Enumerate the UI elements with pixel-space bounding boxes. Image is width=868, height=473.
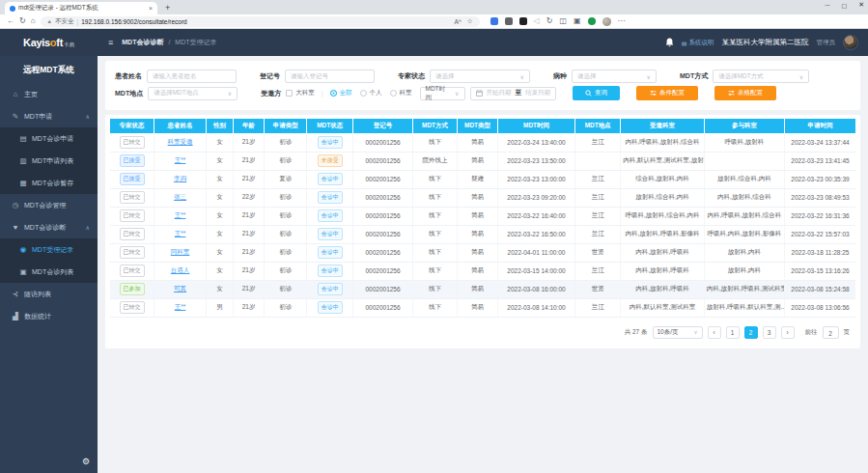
patient-name-link[interactable]: 王** — [175, 230, 186, 236]
sidebar-item-MDT申请[interactable]: ✎MDT申请∧ — [0, 105, 98, 127]
tab-close-icon[interactable]: × — [149, 5, 153, 12]
patient-name-link[interactable]: 李四 — [174, 175, 186, 181]
cell-invited_depts: 综合科,放射科,内科 — [621, 170, 704, 188]
breadcrumb-parent[interactable]: MDT会诊诊断 — [122, 39, 163, 45]
cell-mdt_status: 会诊中 — [307, 188, 353, 207]
cell-mdt_type: 简易 — [458, 152, 498, 170]
search-button-label: 查询 — [595, 89, 607, 97]
sidebar-item-MDT会诊列表[interactable]: ▣MDT会诊列表 — [0, 261, 98, 283]
window-close-button[interactable]: ✕ — [858, 1, 864, 9]
cell-age: 21岁 — [233, 298, 264, 317]
extension-icon[interactable] — [505, 17, 513, 25]
mdt-time-select[interactable]: MDT时间 ∨ — [420, 87, 465, 100]
search-button[interactable]: 查询 — [573, 86, 620, 100]
expert-status-tag: 已转交 — [120, 209, 145, 222]
mdt-status-tag: 会诊中 — [318, 301, 343, 314]
filter-label: MDT方式 — [680, 71, 708, 81]
page-button-1[interactable]: 1 — [726, 326, 740, 339]
filter-患者姓名: 患者姓名请输入患者姓名 — [115, 70, 237, 83]
goto-page-input[interactable]: 2 — [823, 326, 839, 339]
more-menu-icon[interactable]: ⋯ — [618, 17, 626, 25]
mute-icon[interactable]: ◁ — [534, 17, 540, 25]
filter-select[interactable]: 请选择MDT方式∨ — [713, 70, 809, 83]
sync-icon[interactable]: ↻ — [546, 17, 553, 25]
cell-apply_time: 2022-03-23 08:49:53 — [785, 188, 855, 207]
extension-icon[interactable] — [519, 17, 527, 25]
radio-全部[interactable]: 全部 — [330, 89, 360, 97]
back-icon[interactable]: ← — [7, 17, 14, 25]
mdt-place-select[interactable]: 请选择MDT地点 ∨ — [148, 87, 238, 100]
patient-name-link[interactable]: 王** — [175, 303, 186, 310]
patient-name-link[interactable]: 张三 — [174, 193, 186, 200]
system-doc-link[interactable]: ▤ 系统说明 — [682, 39, 714, 47]
cell-apply_type: 初诊 — [265, 225, 307, 243]
sidebar-item-MDT会诊诊断[interactable]: ♥MDT会诊诊断∧ — [0, 216, 98, 238]
sidebar-item-label: MDT会诊管理 — [24, 201, 66, 210]
sidebar-item-主页[interactable]: ⌂主页 — [0, 83, 98, 105]
sidebar-item-MDT申请列表[interactable]: ▥MDT申请列表 — [0, 150, 98, 172]
sidebar-item-MDT受理记录[interactable]: ◉MDT受理记录 — [0, 238, 98, 261]
patient-name-link[interactable]: 可其 — [174, 285, 186, 292]
filter-MDT方式: MDT方式请选择MDT方式∨ — [680, 70, 809, 83]
read-aloud-icon[interactable]: Aᴬ — [454, 18, 461, 25]
browser-profile-avatar[interactable] — [602, 17, 611, 26]
condition-config-button[interactable]: 条件配置 — [636, 86, 698, 100]
filter-input[interactable]: 请输入患者姓名 — [147, 70, 237, 83]
filter-select[interactable]: 请选择∨ — [430, 70, 530, 83]
sidebar-item-MDT会诊申请[interactable]: ▤MDT会诊申请 — [0, 127, 98, 150]
sidebar-item-随访列表[interactable]: ⊰随访列表 — [0, 283, 98, 305]
split-screen-icon[interactable]: ◫ — [559, 17, 567, 25]
sidebar-item-MDT会诊管理[interactable]: ◷MDT会诊管理 — [0, 194, 98, 216]
table-row: 已转交王**女21岁初诊会诊中0002001256线下简易2022-03-22 … — [110, 225, 855, 243]
patient-name-link[interactable]: 王** — [175, 211, 186, 218]
page-button-2[interactable]: 2 — [744, 326, 758, 339]
extension-icon[interactable] — [490, 17, 498, 25]
patient-name-link[interactable]: 科室受邀 — [168, 138, 193, 145]
date-range-picker[interactable]: 开始日期 至 结束日期 — [470, 87, 557, 100]
address-bar[interactable]: ▲ 不安全 | 192.168.0.156:9002/consultate/re… — [41, 16, 480, 27]
cell-mdt_time: 2022-03-22 16:40:00 — [497, 207, 574, 225]
sidebar-item-MDT会诊暂存[interactable]: ▦MDT会诊暂存 — [0, 172, 98, 194]
filter-select[interactable]: 请选择∨ — [572, 70, 657, 83]
user-avatar[interactable] — [843, 35, 858, 50]
cell-invited_depts: 呼吸科,放射科,综合科,内科 — [621, 207, 704, 225]
placeholder-text: 请选择MDT方式 — [718, 72, 764, 81]
next-page-button[interactable]: › — [781, 326, 795, 339]
page-button-3[interactable]: 3 — [763, 326, 776, 339]
cell-gender: 女 — [207, 133, 234, 152]
home-icon: ⌂ — [12, 90, 19, 98]
cell-name: 王** — [154, 225, 207, 243]
radio-个人[interactable]: 个人 — [360, 89, 390, 97]
prev-page-button[interactable]: ‹ — [708, 326, 721, 339]
filter-专家状态: 专家状态请选择∨ — [398, 70, 530, 83]
table-config-button[interactable]: 表格配置 — [714, 86, 776, 100]
sidebar-item-数据统计[interactable]: ▟数据统计 — [0, 305, 98, 327]
logo-text: Kayis — [23, 37, 50, 48]
patient-name-link[interactable]: 王** — [175, 156, 186, 163]
cell-apply_time: 2022-03-22 16:31:36 — [785, 207, 855, 225]
cell-age: 21岁 — [233, 225, 264, 243]
window-minimize-button[interactable]: — — [825, 2, 829, 8]
shield-icon[interactable]: ▣ — [574, 17, 581, 25]
sidebar-collapse-icon[interactable]: ≡ — [108, 38, 113, 47]
column-header: 登记号 — [353, 119, 413, 133]
home-icon[interactable]: ⌂ — [31, 17, 36, 25]
filter-input[interactable]: 请输入登记号 — [285, 70, 375, 83]
refresh-icon[interactable]: ↻ — [19, 17, 26, 25]
page-size-select[interactable]: 10条/页 ∨ — [653, 326, 703, 339]
chart-icon: ▟ — [12, 312, 19, 320]
radio-科室[interactable]: 科室 — [390, 89, 420, 97]
gear-icon[interactable]: ⚙ — [82, 457, 90, 466]
window-maximize-button[interactable]: ▢ — [841, 2, 847, 9]
patient-name-link[interactable]: 台遇人 — [171, 266, 190, 273]
invitee-checkbox[interactable]: 大科室 — [286, 89, 315, 97]
placeholder-text: 请输入登记号 — [291, 72, 328, 81]
extension-icon[interactable] — [588, 17, 596, 25]
bell-icon[interactable] — [665, 38, 674, 47]
new-tab-button[interactable]: + — [165, 2, 170, 14]
favorite-star-icon[interactable]: ☆ — [467, 17, 473, 25]
browser-tab[interactable]: mdt受理记录 - 远程MDT系统 × — [5, 2, 157, 14]
table-row: 已参加可其女21岁初诊会诊中0002001256线下简易2022-03-08 1… — [110, 280, 855, 298]
patient-name-link[interactable]: 同科室 — [171, 248, 190, 255]
cell-joined_depts: 放射科,内科 — [704, 243, 784, 262]
